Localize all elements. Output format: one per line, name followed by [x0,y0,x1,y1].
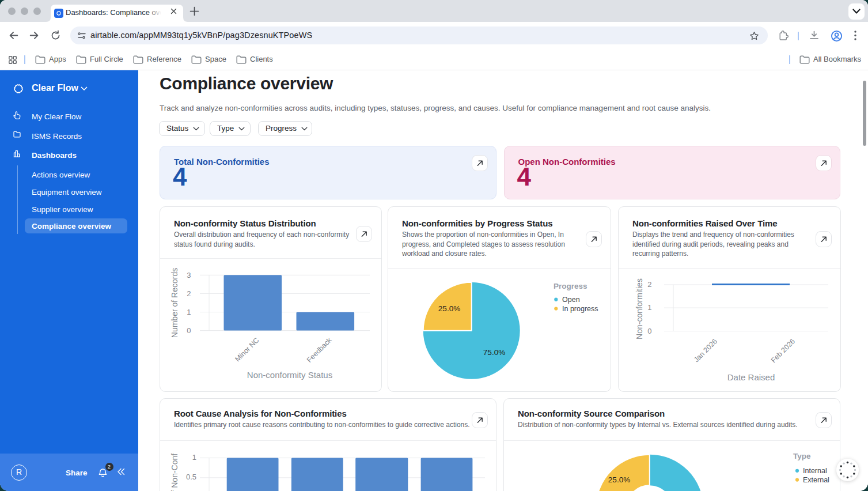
svg-text:External: External [803,476,829,484]
svg-text:2: 2 [187,289,191,298]
svg-text:1: 1 [187,308,191,316]
svg-text:Number of Non-Conf: Number of Non-Conf [170,454,179,491]
svg-text:Non-conformities: Non-conformities [635,278,644,339]
svg-text:1: 1 [192,453,196,462]
svg-text:Non-conformity Status: Non-conformity Status [247,370,332,380]
svg-text:Feb 2026: Feb 2026 [770,337,797,364]
svg-text:Feedback: Feedback [305,336,333,364]
svg-text:Open: Open [562,296,580,304]
svg-text:In progress: In progress [562,305,598,313]
svg-text:Jan 2026: Jan 2026 [692,337,719,364]
svg-text:25.0%: 25.0% [608,475,630,484]
svg-text:Number of Records: Number of Records [170,268,179,338]
svg-text:75.0%: 75.0% [483,348,505,357]
svg-text:0: 0 [647,327,651,335]
svg-text:Date Raised: Date Raised [727,372,775,382]
svg-text:Progress: Progress [554,282,587,290]
svg-text:2: 2 [647,280,651,289]
svg-text:25.0%: 25.0% [438,304,460,313]
svg-text:Internal: Internal [803,467,827,475]
svg-text:0: 0 [187,326,191,335]
svg-text:Type: Type [793,452,811,460]
svg-text:1: 1 [647,303,651,312]
svg-text:Minor NC: Minor NC [233,336,260,363]
svg-text:3: 3 [187,271,191,280]
svg-text:0.5: 0.5 [186,473,196,481]
